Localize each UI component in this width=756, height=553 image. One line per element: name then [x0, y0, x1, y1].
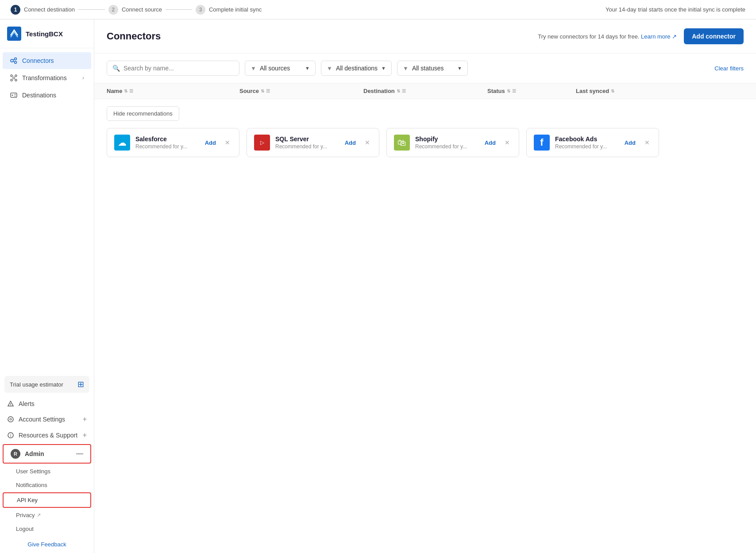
sqlserver-subtitle: Recommended for y...: [275, 143, 339, 150]
sidebar: TestingBCX Connectors: [0, 19, 94, 553]
step-connector-2: [166, 9, 192, 10]
sidebar-subitem-logout[interactable]: Logout: [0, 522, 94, 536]
progress-steps: 1 Connect destination 2 Connect source 3…: [11, 5, 606, 15]
destination-filter-icon[interactable]: ☰: [402, 89, 406, 93]
col-last-synced-header: Last synced ⇅: [576, 88, 744, 94]
sqlserver-close-button[interactable]: ✕: [363, 138, 372, 147]
name-filter-icon[interactable]: ☰: [129, 89, 133, 93]
step-1: 1 Connect destination: [11, 5, 75, 15]
source-sort-icon[interactable]: ⇅: [261, 89, 264, 93]
rec-card-sqlserver: ▷ SQL Server Recommended for y... Add ✕: [247, 128, 379, 157]
learn-more-link[interactable]: Learn more ↗: [641, 33, 677, 40]
admin-avatar: R: [11, 449, 20, 459]
admin-minus-icon: —: [76, 450, 83, 458]
give-feedback-link[interactable]: Give Feedback: [0, 536, 94, 553]
sidebar-item-account-settings[interactable]: Account Settings +: [0, 411, 94, 427]
facebook-ads-add-button[interactable]: Add: [625, 139, 636, 146]
sidebar-item-destinations[interactable]: Destinations: [3, 87, 91, 104]
facebook-ads-subtitle: Recommended for y...: [555, 143, 619, 150]
privacy-label: Privacy: [16, 512, 35, 518]
filter-statuses-label: All statuses: [412, 65, 454, 72]
alerts-icon: [7, 400, 14, 407]
trial-estimator-label: Trial usage estimator: [10, 381, 63, 388]
connectors-label: Connectors: [22, 57, 54, 64]
svg-point-17: [8, 417, 13, 422]
svg-point-12: [12, 95, 13, 96]
last-synced-sort-icon[interactable]: ⇅: [611, 89, 614, 93]
salesforce-add-button[interactable]: Add: [205, 139, 216, 146]
col-status-header: Status ⇅ ☰: [487, 88, 576, 94]
destinations-label: Destinations: [22, 92, 56, 99]
svg-point-8: [11, 79, 12, 81]
step-3: 3 Complete initial sync: [196, 5, 262, 15]
privacy-label-wrapper: Privacy ↗: [16, 512, 87, 518]
transformations-label: Transformations: [22, 74, 67, 81]
step-3-label: Complete initial sync: [209, 6, 262, 13]
resources-label: Resources & Support: [19, 432, 77, 439]
admin-label: Admin: [25, 450, 44, 457]
sidebar-subitem-user-settings[interactable]: User Settings: [0, 464, 94, 478]
status-sort-icon[interactable]: ⇅: [507, 89, 510, 93]
search-box[interactable]: 🔍: [107, 61, 239, 76]
top-progress-bar: 1 Connect destination 2 Connect source 3…: [0, 0, 756, 19]
sidebar-item-transformations[interactable]: Transformations ›: [3, 70, 91, 86]
step-2-circle: 2: [108, 5, 118, 15]
svg-text:i: i: [10, 433, 11, 438]
search-icon: 🔍: [112, 65, 120, 72]
svg-rect-0: [7, 27, 21, 41]
destination-sort-icon[interactable]: ⇅: [397, 89, 400, 93]
rec-card-shopify: 🛍 Shopify Recommended for y... Add ✕: [386, 128, 519, 157]
sidebar-subitem-privacy[interactable]: Privacy ↗: [0, 508, 94, 522]
shopify-subtitle: Recommended for y...: [415, 143, 479, 150]
rec-card-salesforce: ☁ Salesforce Recommended for y... Add ✕: [107, 128, 239, 157]
sidebar-item-admin[interactable]: R Admin —: [3, 444, 91, 464]
filter-destinations-label: All destinations: [336, 65, 378, 72]
step-2: 2 Connect source: [108, 5, 162, 15]
add-connector-button[interactable]: Add connector: [684, 28, 744, 44]
trial-notice: Your 14-day trial starts once the initia…: [606, 6, 745, 13]
sidebar-brand: TestingBCX: [0, 19, 94, 48]
shopify-add-button[interactable]: Add: [485, 139, 496, 146]
hide-recommendations-button[interactable]: Hide recommendations: [107, 106, 179, 121]
shopify-close-button[interactable]: ✕: [503, 138, 512, 147]
shopify-logo: 🛍: [394, 135, 410, 151]
facebook-logo: f: [534, 135, 550, 151]
filter-destinations-icon: ▼: [327, 65, 332, 72]
transformations-icon: [10, 74, 18, 82]
step-3-circle: 3: [196, 5, 205, 15]
external-learn-more-icon: ↗: [672, 33, 677, 40]
shopify-info: Shopify Recommended for y...: [415, 135, 479, 150]
name-sort-icon[interactable]: ⇅: [124, 89, 127, 93]
page-title: Connectors: [107, 31, 161, 42]
filter-sources-dropdown[interactable]: ▼ All sources ▼: [245, 61, 316, 76]
filter-statuses-dropdown[interactable]: ▼ All statuses ▼: [397, 61, 468, 76]
sidebar-item-resources[interactable]: i Resources & Support +: [0, 427, 94, 443]
resources-plus-icon: +: [83, 431, 87, 439]
status-filter-icon[interactable]: ☰: [512, 89, 516, 93]
clear-filters-button[interactable]: Clear filters: [714, 65, 744, 72]
connectors-icon: [10, 57, 18, 65]
salesforce-subtitle: Recommended for y...: [135, 143, 200, 150]
source-filter-icon[interactable]: ☰: [266, 89, 270, 93]
account-settings-label: Account Settings: [19, 416, 65, 423]
account-settings-plus-icon: +: [83, 415, 87, 423]
sqlserver-add-button[interactable]: Add: [345, 139, 356, 146]
filter-destinations-dropdown[interactable]: ▼ All destinations ▼: [321, 61, 392, 76]
col-source-header: Source ⇅ ☰: [239, 88, 363, 94]
salesforce-info: Salesforce Recommended for y...: [135, 135, 200, 150]
sidebar-subitem-api-key[interactable]: API Key: [3, 492, 91, 508]
sidebar-item-alerts[interactable]: Alerts: [0, 396, 94, 411]
salesforce-logo: ☁: [114, 135, 130, 151]
step-2-label: Connect source: [122, 6, 162, 13]
salesforce-close-button[interactable]: ✕: [223, 138, 232, 147]
try-notice-text: Try new connectors for 14 days for free.…: [538, 33, 677, 40]
sidebar-subitem-notifications[interactable]: Notifications: [0, 478, 94, 492]
trial-usage-estimator[interactable]: Trial usage estimator ⊞: [4, 376, 89, 393]
facebook-ads-close-button[interactable]: ✕: [643, 138, 652, 147]
content-header: Connectors Try new connectors for 14 day…: [94, 19, 756, 54]
sidebar-item-connectors[interactable]: Connectors: [3, 52, 91, 69]
step-1-circle: 1: [11, 5, 20, 15]
col-name-header: Name ⇅ ☰: [107, 88, 239, 94]
brand-logo-icon: [7, 27, 21, 41]
search-input[interactable]: [123, 65, 234, 72]
